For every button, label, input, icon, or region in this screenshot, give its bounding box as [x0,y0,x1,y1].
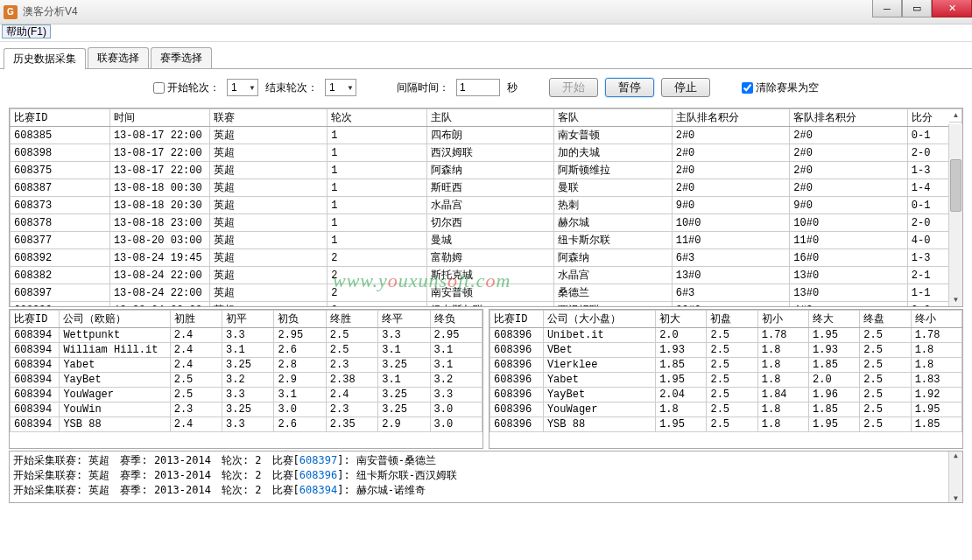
cell: 2.5 [326,328,377,343]
table-row[interactable]: 608394YayBet2.53.22.92.383.13.2 [11,373,482,388]
col-header[interactable]: 终盘 [860,311,911,328]
col-header[interactable]: 终小 [911,311,961,328]
table-row[interactable]: 60838713-08-18 00:30英超1斯旺西曼联2#02#01-4 [11,179,962,197]
cell: 英超 [209,144,328,162]
col-header[interactable]: 公司（欧赔） [60,311,170,328]
tab-history-collect[interactable]: 历史数据采集 [4,48,86,69]
table-row[interactable]: 60839613-08-24 22:00英超2纽卡斯尔联西汉姆联20#04#30… [11,302,962,308]
col-header[interactable]: 联赛 [209,109,328,127]
table-row[interactable]: 60839813-08-17 22:00英超1西汉姆联加的夫城2#02#02-0 [11,144,962,162]
table-row[interactable]: 608394YouWin2.33.253.02.33.253.0 [11,402,482,417]
col-header[interactable]: 终平 [378,311,430,328]
col-header[interactable]: 终胜 [326,311,377,328]
table-row[interactable]: 60838513-08-17 22:00英超1四布朗南女普顿2#02#00-1 [11,127,962,144]
table-row[interactable]: 608396YayBet2.042.51.841.962.51.92 [490,388,962,402]
cell: 9#0 [672,197,790,214]
table-row[interactable]: 608396Yabet1.952.51.82.02.51.83 [490,373,962,388]
table-row[interactable]: 60839713-08-24 22:00英超2南安普顿桑德兰6#313#01-1 [11,284,962,302]
match-id-link[interactable]: 608396 [299,469,337,481]
cell: 2.5 [860,373,911,388]
help-menu[interactable]: 帮助(F1) [2,24,51,38]
cell: 2.4 [170,343,222,358]
table-row[interactable]: 608394William Hill.it2.43.12.62.53.13.1 [11,343,482,358]
table-row[interactable]: 60837513-08-17 22:00英超1阿森纳阿斯顿维拉2#02#01-3 [11,162,962,179]
col-header[interactable]: 初负 [274,311,326,328]
tab-league-select[interactable]: 联赛选择 [88,47,149,68]
cell: 2.9 [274,373,326,388]
col-header[interactable]: 时间 [109,109,209,127]
cell: 1.78 [911,328,961,343]
col-header[interactable]: 初盘 [707,311,757,328]
log-scrollbar[interactable]: ▲ ▼ [948,452,962,502]
col-header[interactable]: 初平 [222,311,274,328]
minimize-button[interactable]: ─ [872,0,902,18]
close-button[interactable]: ✕ [932,0,972,18]
maximize-button[interactable]: ▭ [902,0,932,18]
cell: 2#0 [790,127,908,144]
cell: 3.1 [430,358,482,373]
table-row[interactable]: 608396YouWager1.82.51.81.852.51.95 [490,402,962,417]
cell: 2.9 [378,417,430,432]
table-row[interactable]: 608396YSB 881.952.51.81.952.51.85 [490,417,962,432]
cell: 西汉姆联 [554,302,673,308]
interval-input[interactable]: 1 [456,79,500,96]
cell: 608394 [11,388,60,402]
menubar: 帮助(F1) [0,24,972,42]
col-header[interactable]: 初胜 [170,311,222,328]
scroll-up-icon[interactable]: ▲ [949,108,962,122]
scroll-up-icon[interactable]: ▲ [949,452,962,459]
pause-button[interactable]: 暂停 [605,78,654,97]
ou-odds-grid[interactable]: 比赛ID公司（大小盘）初大初盘初小终大终盘终小608396Unibet.it2.… [490,310,962,432]
cell: 1 [328,232,427,249]
end-round-select[interactable]: 1 [325,79,356,96]
match-id-link[interactable]: 608394 [299,484,337,496]
table-row[interactable]: 60837313-08-18 20:30英超1水晶宫热刺9#09#00-1 [11,197,962,214]
table-row[interactable]: 60839213-08-24 19:45英超2富勒姆阿森纳6#316#01-3 [11,249,962,267]
col-header[interactable]: 公司（大小盘） [543,311,655,328]
table-row[interactable]: 60838213-08-24 22:00英超2斯托克城水晶宫13#013#02-… [11,267,962,284]
col-header[interactable]: 比赛ID [490,311,544,328]
col-header[interactable]: 主队 [427,109,554,127]
cell: 13-08-24 22:00 [109,284,209,302]
table-row[interactable]: 608394Wettpunkt2.43.32.952.53.32.95 [11,328,482,343]
col-header[interactable]: 主队排名积分 [672,109,790,127]
tab-season-select[interactable]: 赛季选择 [151,47,212,68]
cell: 16#0 [790,249,908,267]
cell: 1.92 [911,388,961,402]
scroll-down-icon[interactable]: ▼ [949,494,962,502]
eu-odds-grid[interactable]: 比赛ID公司（欧赔）初胜初平初负终胜终平终负608394Wettpunkt2.4… [10,310,482,432]
table-row[interactable]: 608396Unibet.it2.02.51.781.952.51.78 [490,328,962,343]
scroll-down-icon[interactable]: ▼ [949,292,962,306]
table-row[interactable]: 608394Yabet2.43.252.82.33.253.1 [11,358,482,373]
col-header[interactable]: 比赛ID [11,109,110,127]
cell: 13-08-18 00:30 [109,179,209,197]
clear-empty-check[interactable] [742,82,753,94]
col-header[interactable]: 初小 [757,311,808,328]
main-scrollbar[interactable]: ▲ ▼ [948,124,962,306]
cell: 3.3 [222,328,274,343]
cell: 英超 [209,179,328,197]
start-button[interactable]: 开始 [549,78,598,97]
col-header[interactable]: 客队排名积分 [790,109,908,127]
col-header[interactable]: 终负 [430,311,482,328]
match-id-link[interactable]: 608397 [299,454,337,466]
col-header[interactable]: 比赛ID [11,311,60,328]
table-row[interactable]: 608396Vierklee1.852.51.81.852.51.8 [490,358,962,373]
cell: YayBet [543,388,655,402]
cell: 1.85 [911,417,961,432]
table-row[interactable]: 60837713-08-20 03:00英超1曼城纽卡斯尔联11#011#04-… [11,232,962,249]
table-row[interactable]: 608394YSB 882.43.32.62.352.93.0 [11,417,482,432]
scroll-thumb[interactable] [950,159,961,212]
main-grid[interactable]: 比赛ID时间联赛轮次主队客队主队排名积分客队排名积分比分60838513-08-… [10,108,962,307]
col-header[interactable]: 终大 [809,311,860,328]
table-row[interactable]: 608394YouWager2.53.33.12.43.253.3 [11,388,482,402]
table-row[interactable]: 60837813-08-18 23:00英超1切尔西赫尔城10#010#02-0 [11,214,962,232]
start-round-select[interactable]: 1 [227,79,258,96]
cell: 3.25 [222,358,274,373]
start-round-check[interactable] [153,82,165,94]
col-header[interactable]: 客队 [554,109,673,127]
stop-button[interactable]: 停止 [661,78,710,97]
col-header[interactable]: 轮次 [328,109,427,127]
col-header[interactable]: 初大 [656,311,707,328]
table-row[interactable]: 608396VBet1.932.51.81.932.51.8 [490,343,962,358]
